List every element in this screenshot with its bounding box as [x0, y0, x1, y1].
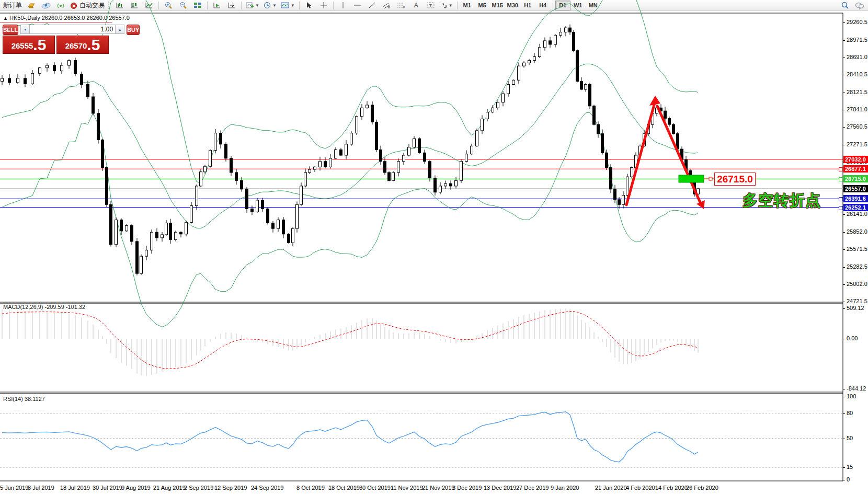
macd-axis-tick — [843, 308, 845, 309]
bid-price-pips: .5 — [33, 38, 46, 52]
rsi-axis-tick — [843, 439, 845, 439]
price-axis-tick — [843, 75, 845, 75]
bid-price-display[interactable]: 26555.5 — [3, 36, 55, 54]
time-axis-label: 21 Jan 2020 — [595, 485, 627, 491]
time-axis-label: 9 Jan 2020 — [551, 485, 579, 491]
macd-axis-label: 509.12 — [847, 305, 864, 311]
cn-annotation-text: 多空转折点 — [743, 190, 821, 211]
ask-price-display[interactable]: 26570.5 — [56, 36, 109, 54]
trading-platform-window: 新订单 自动交易 — [0, 0, 868, 494]
sell-button[interactable]: SELL — [3, 25, 18, 35]
price-axis-tick — [843, 267, 845, 268]
rsi-axis-tick — [843, 397, 845, 397]
macd-axis-tick — [843, 389, 845, 389]
price-axis-label: 28410.5 — [847, 71, 867, 77]
time-axis-label: 18 Oct 2019 — [328, 485, 360, 491]
rsi-label: RSI(14) 38.1127 — [3, 396, 45, 402]
price-axis-tick — [843, 302, 845, 302]
price-badge-26877.1: 26877.1 — [843, 165, 868, 173]
price-line-marker — [839, 206, 843, 210]
price-axis-tick — [843, 40, 845, 41]
volume-increase-button[interactable]: ▲ — [115, 25, 124, 34]
rsi-axis-tick — [843, 467, 845, 468]
time-axis-label: 3 Dec 2019 — [452, 485, 482, 491]
macd-label: MACD(12,26,9) -209.59 -101.32 — [3, 304, 85, 310]
price-axis-label: 29260.5 — [847, 19, 867, 25]
price-badge-27032.0: 27032.0 — [843, 156, 868, 163]
macd-axis-label: -844.12 — [847, 385, 866, 392]
time-axis-label: 14 Feb 2020 — [655, 485, 688, 491]
price-badge-26557.0: 26557.0 — [843, 185, 868, 192]
time-axis-label: 2 Sep 2019 — [184, 485, 213, 491]
price-callout-26715[interactable]: 26715.0 — [714, 173, 756, 186]
price-axis-tick — [843, 93, 845, 93]
price-badge-26391.6: 26391.6 — [843, 195, 868, 202]
chart-title: ▲ HK50-,Daily 26260.0 26653.0 26260.0 26… — [3, 15, 130, 21]
price-badge-26715.0: 26715.0 — [843, 175, 868, 182]
time-axis-label: 30 Jul 2019 — [93, 485, 122, 491]
price-axis-tick — [843, 110, 845, 110]
price-badge-26252.1: 26252.1 — [843, 204, 868, 211]
rsi-axis-tick — [843, 480, 845, 480]
panel-top-border — [0, 22, 112, 22]
time-axis-label: 8 Oct 2019 — [296, 485, 325, 491]
macd-axis-tick — [843, 339, 845, 339]
rsi-axis-label: 100 — [847, 393, 856, 399]
time-axis-label: 27 Dec 2019 — [516, 485, 549, 491]
price-axis-label: 25571.5 — [847, 246, 867, 252]
rsi-axis-tick — [843, 413, 845, 414]
price-line-marker — [839, 177, 843, 181]
time-axis-label: 21 Nov 2019 — [422, 485, 454, 491]
time-axis-label: 26 Feb 2020 — [686, 485, 718, 491]
price-axis-label: 25002.0 — [847, 281, 867, 287]
rsi-axis-label: 50 — [847, 435, 853, 441]
time-axis-label: 24 Sep 2019 — [251, 485, 283, 491]
price-axis-label: 27271.5 — [847, 141, 867, 147]
price-axis-tick — [843, 232, 845, 233]
rsi-axis-label: 0 — [847, 476, 850, 482]
price-axis-label: 27560.5 — [847, 123, 867, 130]
rsi-axis-label: 80 — [847, 410, 853, 416]
ask-price-pips: .5 — [87, 38, 100, 52]
volume-stepper: ▼ ▲ — [20, 25, 124, 34]
ask-price-main: 26570 — [65, 40, 87, 52]
price-axis-tick — [843, 214, 845, 215]
symbol-marker-icon: ▲ — [3, 16, 8, 21]
price-axis-label: 26141.0 — [847, 211, 867, 217]
time-axis-label: 12 Sep 2019 — [214, 485, 247, 491]
macd-axis-label: 0.00 — [847, 335, 858, 341]
time-axis-label: 13 Dec 2019 — [484, 485, 516, 491]
bid-price-main: 26555 — [12, 40, 33, 52]
one-click-trading-panel: SELL ▼ ▲ BUY 26555.5 26570.5 — [3, 25, 110, 54]
price-axis-label: 25282.5 — [847, 263, 867, 270]
time-axis-label: 9 Aug 2019 — [121, 485, 151, 491]
price-axis-tick — [843, 249, 845, 250]
price-axis-tick — [843, 22, 845, 23]
price-axis-label: 25852.0 — [847, 228, 867, 235]
price-axis-label: 27841.0 — [847, 106, 867, 112]
time-axis-label: 11 Nov 2019 — [391, 485, 423, 491]
price-axis-label: 28971.5 — [847, 37, 867, 43]
price-axis-tick — [843, 284, 845, 285]
volume-input[interactable] — [30, 25, 115, 34]
time-axis-label: 30 Oct 2019 — [359, 485, 391, 491]
price-line-marker — [839, 167, 843, 171]
time-axis-label: 21 Aug 2019 — [153, 485, 186, 491]
chart-canvas[interactable] — [0, 0, 868, 494]
price-axis-tick — [843, 145, 845, 145]
price-line-marker — [839, 197, 843, 201]
buy-button[interactable]: BUY — [127, 25, 140, 35]
time-axis-label: 18 Jul 2019 — [60, 485, 90, 491]
time-axis-label: 5 Jun 2019 — [0, 485, 28, 491]
price-axis-tick — [843, 58, 845, 58]
price-axis-label: 28691.0 — [847, 54, 867, 60]
price-axis-label: 24721.5 — [847, 298, 867, 304]
time-axis-label: 4 Feb 2020 — [626, 485, 655, 491]
price-axis-tick — [843, 127, 845, 128]
rsi-axis-label: 15 — [847, 464, 853, 470]
time-axis-label: 8 Jul 2019 — [28, 485, 54, 491]
price-axis-label: 28121.5 — [847, 89, 867, 95]
volume-decrease-button[interactable]: ▼ — [20, 25, 30, 34]
